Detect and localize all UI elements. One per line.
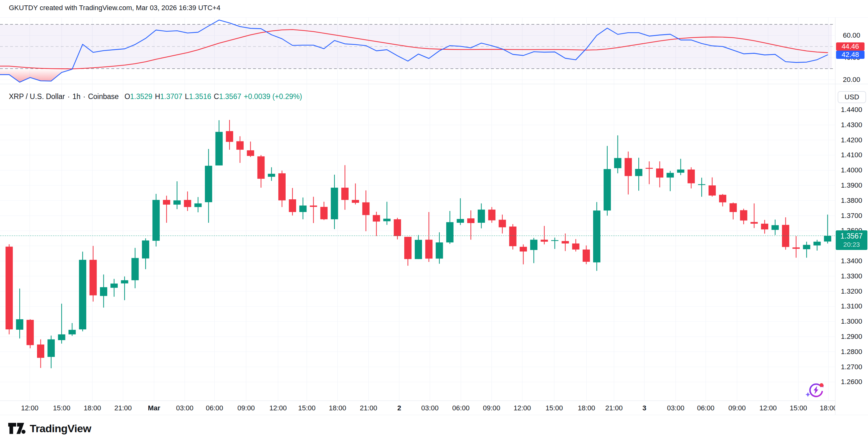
candle-body bbox=[310, 206, 317, 207]
candle-body bbox=[341, 187, 349, 200]
time-tick-label: 2 bbox=[397, 404, 401, 412]
candle-body bbox=[677, 170, 684, 173]
candle-body bbox=[803, 245, 810, 249]
time-tick-label: 06:00 bbox=[452, 404, 469, 412]
price-tick-label: 1.3400 bbox=[835, 257, 868, 265]
tradingview-logo[interactable]: TradingView bbox=[8, 422, 91, 435]
time-tick-label: 12:00 bbox=[269, 404, 287, 412]
time-tick-label: 15:00 bbox=[545, 404, 563, 412]
footer-bar: TradingView bbox=[0, 415, 868, 442]
candle-body bbox=[572, 244, 580, 249]
currency-button[interactable]: USD bbox=[838, 91, 866, 103]
rsi-indicator-chart[interactable] bbox=[0, 18, 835, 84]
time-tick-label: 18:00 bbox=[578, 404, 595, 412]
candle-body bbox=[268, 174, 275, 177]
time-tick-label: 06:00 bbox=[697, 404, 714, 412]
time-tick-label: 21:00 bbox=[360, 404, 377, 412]
ai-refresh-icon[interactable] bbox=[803, 381, 828, 400]
candle-body bbox=[90, 260, 97, 295]
price-tick-label: 1.4000 bbox=[835, 166, 868, 174]
candle-body bbox=[761, 224, 768, 229]
time-tick-label: Mar bbox=[148, 404, 160, 412]
price-tick-label: 1.3000 bbox=[835, 317, 868, 326]
rsi-ma-value-badge: 44.46 bbox=[836, 42, 865, 51]
candle-body bbox=[603, 169, 611, 210]
candle-body bbox=[467, 218, 474, 223]
legend-separator: · bbox=[67, 92, 70, 101]
candle-body bbox=[6, 247, 13, 329]
candle-body bbox=[562, 241, 569, 244]
lightning-bolt-icon bbox=[814, 386, 818, 394]
time-tick-label: 3 bbox=[643, 404, 646, 412]
interval-label[interactable]: 1h bbox=[72, 92, 81, 101]
candle-body bbox=[278, 173, 286, 201]
time-tick-label: 03:00 bbox=[667, 404, 684, 412]
time-tick-label: 15:00 bbox=[53, 404, 70, 412]
candle-body bbox=[58, 334, 65, 340]
candle-body bbox=[383, 218, 391, 221]
candle-body bbox=[436, 242, 443, 259]
price-tick-label: 1.4300 bbox=[835, 121, 868, 129]
price-tick-label: 1.3700 bbox=[835, 212, 868, 220]
tradingview-logo-icon bbox=[8, 422, 26, 435]
time-tick-label: 09:00 bbox=[728, 404, 746, 412]
ohlc-high: H1.3707 bbox=[155, 92, 183, 101]
candle-body bbox=[614, 158, 621, 168]
candle-body bbox=[111, 284, 118, 288]
price-tick-label: 1.3800 bbox=[835, 197, 868, 205]
candle-body bbox=[666, 173, 674, 177]
candle-body bbox=[488, 209, 495, 220]
price-tick-label: 1.4400 bbox=[835, 106, 868, 114]
price-tick-label: 1.3900 bbox=[835, 181, 868, 189]
rsi-scale-label: 20.00 bbox=[835, 76, 868, 84]
price-tick-label: 1.2800 bbox=[835, 348, 868, 356]
candle-body bbox=[362, 203, 369, 215]
candle-body bbox=[142, 240, 149, 259]
time-tick-label: 12:00 bbox=[514, 404, 531, 412]
candle-body bbox=[163, 200, 170, 205]
candle-body bbox=[719, 195, 726, 203]
candle-body bbox=[27, 320, 34, 345]
candle-body bbox=[257, 156, 265, 179]
candle-body bbox=[16, 319, 23, 330]
time-tick-label: 09:00 bbox=[483, 404, 500, 412]
time-tick-label: 21:00 bbox=[114, 404, 132, 412]
candle-body bbox=[824, 236, 831, 241]
ohlc-close: C1.3567 bbox=[214, 92, 241, 101]
candle-body bbox=[299, 206, 307, 212]
candle-body bbox=[331, 187, 338, 219]
time-tick-label: 21:00 bbox=[605, 404, 623, 412]
candlestick-chart[interactable] bbox=[0, 84, 835, 401]
candle-body bbox=[79, 260, 86, 329]
candle-body bbox=[132, 258, 139, 280]
price-tick-label: 1.4100 bbox=[835, 151, 868, 159]
symbol-title[interactable]: XRP / U.S. Dollar bbox=[9, 92, 65, 101]
candle-body bbox=[793, 247, 800, 249]
candle-body bbox=[540, 240, 548, 242]
exchange-label[interactable]: Coinbase bbox=[88, 92, 119, 101]
candle-body bbox=[226, 131, 233, 142]
candle-body bbox=[69, 330, 76, 334]
time-tick-label: 15:00 bbox=[298, 404, 315, 412]
time-axis[interactable]: 12:0015:0018:0021:00Mar03:0006:0009:0012… bbox=[0, 401, 835, 415]
candle-body bbox=[48, 340, 55, 357]
candle-body bbox=[740, 210, 747, 220]
time-tick-label: 12:00 bbox=[759, 404, 777, 412]
candle-body bbox=[593, 210, 600, 262]
rsi-scale-label: 60.00 bbox=[835, 31, 868, 39]
candle-body bbox=[520, 247, 527, 252]
time-tick-label: 09:00 bbox=[237, 404, 255, 412]
candle-body bbox=[121, 280, 128, 284]
candle-body bbox=[530, 240, 537, 250]
legend-separator: · bbox=[83, 92, 86, 101]
attribution-text: GKUTDY created with TradingView.com, Mar… bbox=[9, 4, 220, 12]
candle-body bbox=[625, 158, 632, 176]
candle-body bbox=[446, 222, 454, 242]
time-tick-label: 15:00 bbox=[789, 404, 807, 412]
symbol-legend: XRP / U.S. Dollar · 1h · Coinbase O1.352… bbox=[9, 92, 302, 101]
candle-body bbox=[404, 237, 411, 259]
price-tick-label: 1.4200 bbox=[835, 136, 868, 144]
tradingview-chart-page: GKUTDY created with TradingView.com, Mar… bbox=[0, 0, 868, 442]
change-label: +0.0039 (+0.29%) bbox=[244, 92, 302, 101]
candle-body bbox=[320, 207, 328, 219]
